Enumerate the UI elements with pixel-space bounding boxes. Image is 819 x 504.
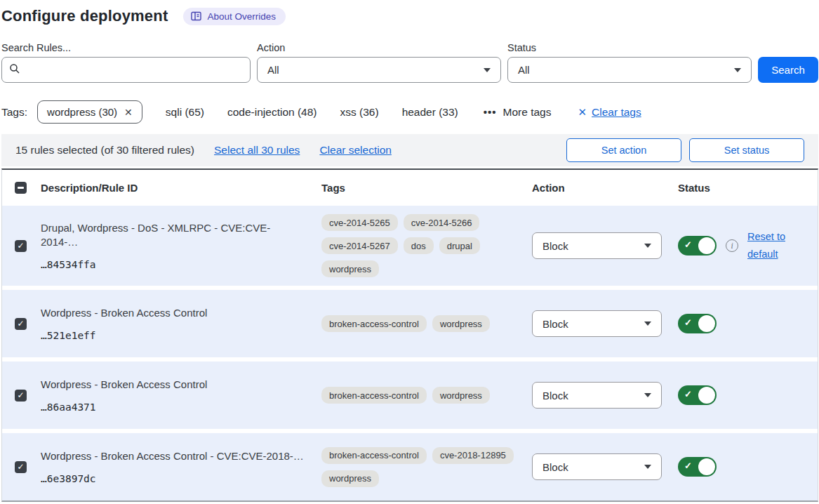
action-filter-label: Action — [257, 42, 501, 53]
clear-tags-button[interactable]: ✕ Clear tags — [578, 106, 641, 119]
action-cell: Block — [532, 310, 678, 337]
status-filter-label: Status — [507, 42, 752, 53]
action-select[interactable]: Block — [532, 453, 662, 480]
tag-filter-wordpress[interactable]: wordpress (30) ✕ — [37, 100, 142, 124]
checkmark-icon: ✓ — [684, 239, 692, 250]
chevron-down-icon — [734, 68, 741, 72]
action-select[interactable]: Block — [532, 382, 662, 409]
action-select[interactable]: Block — [532, 232, 662, 259]
tag-chip: broken-access-control — [321, 315, 427, 332]
checkmark-icon: ✓ — [17, 462, 24, 472]
info-icon[interactable]: i — [726, 239, 738, 252]
indeterminate-icon — [18, 187, 24, 189]
tag-filter-xss[interactable]: xss (36) — [340, 106, 379, 119]
rules-table: Description/Rule ID Tags Action Status ✓… — [1, 168, 818, 502]
toggle-knob — [698, 315, 715, 332]
chevron-down-icon — [644, 244, 651, 248]
tag-chip: wordpress — [321, 470, 379, 487]
set-status-button[interactable]: Set status — [689, 138, 804, 162]
status-toggle[interactable]: ✓ — [678, 236, 717, 256]
status-filter-select[interactable]: All — [507, 57, 752, 83]
rule-id: …86aa4371 — [41, 402, 305, 413]
select-all-link[interactable]: Select all 30 rules — [214, 144, 300, 157]
clear-selection-link[interactable]: Clear selection — [319, 144, 392, 157]
more-tags-label: More tags — [503, 106, 552, 119]
status-filter-value: All — [518, 64, 530, 76]
table-row: ✓ Wordpress - Broken Access Control - CV… — [2, 433, 818, 500]
tag-chip: dos — [404, 237, 434, 254]
action-filter-select[interactable]: All — [257, 57, 501, 83]
chevron-down-icon — [644, 393, 651, 397]
book-icon — [191, 11, 201, 21]
rule-tags: broken-access-controlwordpress — [321, 307, 518, 340]
selection-bar: 15 rules selected (of 30 filtered rules)… — [1, 134, 818, 166]
table-row: ✓ Wordpress - Broken Access Control …86a… — [2, 362, 818, 429]
tag-filter-code-injection[interactable]: code-injection (48) — [227, 106, 317, 119]
action-value: Block — [542, 461, 568, 473]
rule-tags: cve-2014-5265cve-2014-5266cve-2014-5267d… — [321, 206, 518, 286]
tag-filter-header[interactable]: header (33) — [402, 106, 458, 119]
tags-label: Tags: — [1, 106, 27, 119]
action-value: Block — [542, 390, 568, 402]
remove-tag-icon[interactable]: ✕ — [124, 107, 133, 118]
tag-chip: broken-access-control — [321, 387, 427, 404]
search-input[interactable] — [1, 57, 251, 83]
status-toggle[interactable]: ✓ — [678, 385, 717, 405]
about-overrides-label: About Overrides — [207, 11, 276, 22]
action-value: Block — [542, 240, 568, 252]
checkmark-icon: ✓ — [684, 317, 692, 328]
action-value: Block — [542, 318, 568, 330]
tag-filter-sqli[interactable]: sqli (65) — [166, 106, 204, 119]
tag-chip: cve-2014-5267 — [321, 237, 398, 254]
rule-tags: broken-access-controlwordpress — [321, 378, 518, 412]
checkmark-icon: ✓ — [684, 460, 692, 471]
search-icon — [9, 63, 20, 77]
row-checkbox[interactable]: ✓ — [15, 240, 27, 252]
action-cell: Block — [532, 453, 678, 480]
checkmark-icon: ✓ — [17, 390, 24, 400]
rule-description: Wordpress - Broken Access Control — [41, 378, 305, 392]
page-header: Configure deployment About Overrides — [1, 7, 818, 25]
tag-chip: drupal — [439, 237, 480, 254]
checkmark-icon: ✓ — [684, 389, 692, 399]
select-all-checkbox[interactable] — [15, 182, 27, 194]
clear-tags-x-icon: ✕ — [578, 106, 587, 119]
row-checkbox[interactable]: ✓ — [15, 461, 27, 473]
rule-cell: Drupal, Wordpress - DoS - XMLRPC - CVE:C… — [41, 221, 321, 271]
chevron-down-icon — [484, 68, 491, 72]
status-cell: ✓ i Reset to default — [678, 228, 818, 263]
status-toggle[interactable]: ✓ — [678, 457, 717, 477]
reset-to-default-link[interactable]: Reset to default — [747, 228, 791, 263]
table-row: ✓ Drupal, Wordpress - DoS - XMLRPC - CVE… — [2, 206, 818, 286]
rule-description: Wordpress - Broken Access Control — [41, 306, 305, 320]
rule-tags: broken-access-controlcve-2018-12895wordp… — [321, 439, 518, 496]
status-cell: ✓ — [678, 385, 818, 405]
column-description: Description/Rule ID — [41, 182, 321, 194]
search-button[interactable]: Search — [758, 57, 818, 83]
status-cell: ✓ — [678, 457, 818, 477]
table-body: ✓ Drupal, Wordpress - DoS - XMLRPC - CVE… — [2, 206, 818, 500]
more-tags-button[interactable]: ••• More tags — [484, 106, 552, 119]
status-cell: ✓ — [678, 314, 818, 333]
tag-chip: cve-2014-5265 — [321, 214, 398, 231]
chevron-down-icon — [644, 465, 651, 469]
set-action-button[interactable]: Set action — [566, 138, 681, 162]
action-cell: Block — [532, 382, 678, 409]
rule-id: …6e3897dc — [41, 473, 305, 484]
column-status: Status — [678, 182, 818, 194]
row-checkbox[interactable]: ✓ — [15, 390, 27, 402]
row-checkbox[interactable]: ✓ — [15, 318, 27, 330]
action-select[interactable]: Block — [532, 310, 662, 337]
rule-description: Drupal, Wordpress - DoS - XMLRPC - CVE:C… — [41, 221, 305, 250]
filter-bar: Search Rules... Action All Status All Se… — [1, 42, 818, 83]
clear-tags-link[interactable]: Clear tags — [592, 106, 641, 119]
tag-chip: wordpress — [321, 260, 379, 277]
tag-chip: wordpress — [432, 387, 490, 404]
tags-bar: Tags: wordpress (30) ✕ sqli (65) code-in… — [1, 100, 818, 124]
about-overrides-badge[interactable]: About Overrides — [183, 8, 286, 25]
rule-cell: Wordpress - Broken Access Control …521e1… — [41, 306, 321, 341]
tag-chip: wordpress — [432, 315, 490, 332]
ellipsis-icon: ••• — [484, 106, 497, 118]
status-toggle[interactable]: ✓ — [678, 314, 717, 333]
chevron-down-icon — [644, 321, 651, 326]
